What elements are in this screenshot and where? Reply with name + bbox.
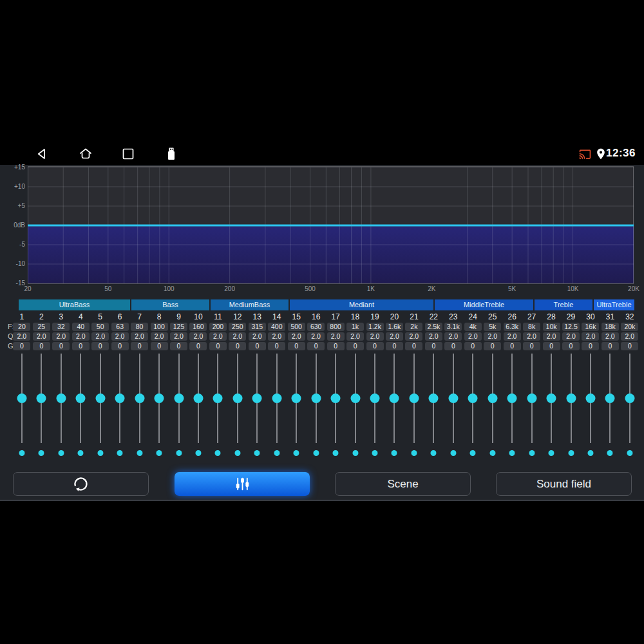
gain-slider-knob[interactable] [272,393,281,403]
gain-slider-knob[interactable] [507,393,517,403]
gain-slider-knob[interactable] [311,393,321,403]
gain-slider-knob[interactable] [585,393,595,403]
gain-slider-knob[interactable] [76,393,86,403]
channel-indicator-dot[interactable] [372,450,378,456]
channel-indicator-dot[interactable] [489,450,495,456]
sound-field-button-label: Sound field [536,478,591,491]
channel-indicator-dot[interactable] [195,450,201,456]
channel-indicator-dot[interactable] [431,450,437,456]
channel-q-value: 2.0 [91,332,109,341]
channel-indicator-dot[interactable] [274,450,279,456]
eq-channel-column: 13 315 2.0 0 [247,312,267,458]
channel-indicator-dot[interactable] [587,450,593,456]
channel-indicator-dot[interactable] [509,450,515,456]
gain-slider-knob[interactable] [135,393,144,403]
equalizer-button[interactable] [175,472,310,496]
reset-button[interactable] [13,472,149,496]
gain-slider-knob[interactable] [252,393,262,403]
gain-slider-knob[interactable] [448,393,458,403]
gain-slider-knob[interactable] [115,393,125,403]
channel-q-value: 2.0 [523,332,540,341]
channel-gain-value: 0 [72,342,90,350]
channel-indicator-dot[interactable] [215,450,221,456]
channel-number: 32 [620,312,639,321]
eq-channel-column: 26 6.3k 2.0 0 [502,312,522,458]
gain-slider-knob[interactable] [605,393,615,403]
channel-indicator-dot[interactable] [19,450,24,456]
channel-gain-value: 0 [268,342,285,350]
gain-slider-knob[interactable] [193,393,203,403]
channel-indicator-dot[interactable] [529,450,535,456]
back-icon[interactable] [35,146,50,162]
scene-button[interactable]: Scene [335,472,471,496]
eq-channel-column: 4 40 2.0 0 [71,312,91,458]
channel-indicator-dot[interactable] [607,450,613,456]
gain-slider-knob[interactable] [566,393,576,403]
usb-icon[interactable] [164,146,179,162]
channel-indicator-dot[interactable] [58,450,64,456]
channel-gain-value: 0 [111,342,129,350]
channel-indicator-dot[interactable] [333,450,339,456]
channel-indicator-dot[interactable] [627,450,632,456]
channel-indicator-dot[interactable] [568,450,574,456]
eq-channel-column: 6 63 2.0 0 [110,312,130,458]
gain-slider-knob[interactable] [292,393,301,403]
channel-indicator-dot[interactable] [176,450,182,456]
gain-slider-knob[interactable] [37,393,46,403]
channel-indicator-dot[interactable] [78,450,84,456]
channel-frequency-value: 630 [307,323,325,331]
channel-frequency-value: 18k [601,323,619,331]
channel-indicator-dot[interactable] [137,450,142,456]
gain-slider-knob[interactable] [17,393,26,403]
channel-indicator-dot[interactable] [156,450,162,456]
gain-slider-knob[interactable] [174,393,184,403]
eq-channel-column: 16 630 2.0 0 [306,312,326,458]
gain-slider-knob[interactable] [488,393,497,403]
channel-indicator-dot[interactable] [549,450,554,456]
channel-frequency-value: 2k [405,323,422,331]
eq-channel-column: 1 20 2.0 0 [12,312,32,458]
sound-field-button[interactable]: Sound field [496,472,632,496]
channel-indicator-dot[interactable] [234,450,240,456]
channel-number: 30 [580,312,600,321]
recents-icon[interactable] [120,146,136,162]
channel-indicator-dot[interactable] [392,450,397,456]
channel-indicator-dot[interactable] [254,450,260,456]
gain-slider-knob[interactable] [232,393,242,403]
gain-slider-knob[interactable] [547,393,556,403]
channel-indicator-dot[interactable] [313,450,319,456]
channel-frequency-value: 3.1k [444,323,462,331]
home-icon[interactable] [78,146,93,162]
channel-indicator-dot[interactable] [39,450,44,456]
gain-slider-knob[interactable] [390,393,399,403]
channel-number: 13 [247,312,267,321]
channel-indicator-dot[interactable] [470,450,476,456]
channel-indicator-dot[interactable] [117,450,123,456]
gain-slider-knob[interactable] [370,393,380,403]
frequency-tick-label: 100 [164,285,175,292]
clock: 12:36 [606,147,636,160]
gain-slider-knob[interactable] [429,393,439,403]
channel-indicator-dot[interactable] [352,450,358,456]
gain-slider-knob[interactable] [95,393,105,403]
gain-slider-knob[interactable] [625,393,634,403]
channel-gain-value: 0 [327,342,345,350]
channel-indicator-dot[interactable] [411,450,417,456]
channel-frequency-value: 2.5k [425,323,442,331]
gain-slider-knob[interactable] [350,393,360,403]
channel-number: 9 [169,312,189,321]
gain-slider-knob[interactable] [409,393,419,403]
gain-slider-knob[interactable] [56,393,66,403]
channel-indicator-dot[interactable] [97,450,103,456]
eq-channel-column: 14 400 2.0 0 [267,312,287,458]
gain-slider-knob[interactable] [213,393,223,403]
channel-q-value: 2.0 [582,332,599,341]
gain-slider-knob[interactable] [468,393,478,403]
gain-slider-knob[interactable] [527,393,536,403]
channel-number: 20 [384,312,404,321]
gain-slider-knob[interactable] [155,393,164,403]
channel-indicator-dot[interactable] [294,450,299,456]
gain-slider-knob[interactable] [331,393,341,403]
channel-gain-value: 0 [346,342,364,350]
channel-indicator-dot[interactable] [450,450,456,456]
